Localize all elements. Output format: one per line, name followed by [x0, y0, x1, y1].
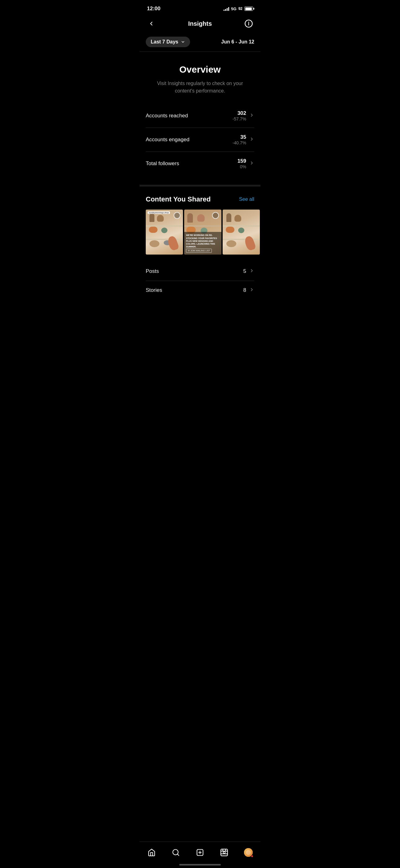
avatar — [244, 848, 253, 857]
overview-subtitle: Visit Insights regularly to check on you… — [154, 80, 246, 95]
content-item-posts[interactable]: Posts 5 — [146, 262, 254, 281]
svg-line-4 — [177, 854, 179, 856]
content-items: Posts 5 Stories 8 — [139, 254, 261, 300]
network-label: 5G — [231, 6, 236, 11]
nav-header: Insights — [139, 16, 261, 34]
stat-value-total-followers: 159 — [237, 158, 246, 164]
chevron-right-stories-icon — [249, 287, 254, 293]
search-icon — [172, 848, 180, 857]
stat-label-accounts-engaged: Accounts engaged — [146, 136, 190, 143]
page-title: Insights — [188, 20, 212, 27]
thumbnail-2[interactable]: WE'RE WORKING ON RE-STOCKING YOUR FAVORI… — [184, 210, 222, 254]
create-icon — [196, 848, 204, 857]
chevron-right-icon — [249, 113, 254, 119]
reels-icon — [220, 848, 228, 857]
date-filter-button[interactable]: Last 7 Days — [146, 37, 190, 47]
content-item-stories-label: Stories — [146, 287, 162, 293]
content-item-stories[interactable]: Stories 8 — [146, 281, 254, 300]
stat-change-accounts-reached: -57.7% — [233, 116, 246, 121]
stat-row-total-followers[interactable]: Total followers 159 0% — [146, 152, 254, 176]
stat-row-accounts-engaged[interactable]: Accounts engaged 35 -40.7% — [146, 128, 254, 152]
content-shared-section: Content You Shared See all sundaymorning… — [139, 187, 261, 300]
overview-title: Overview — [146, 64, 254, 75]
stat-label-total-followers: Total followers — [146, 160, 179, 167]
chevron-right-icon — [249, 136, 254, 143]
nav-item-reels[interactable] — [215, 846, 233, 859]
stat-row-accounts-reached[interactable]: Accounts reached 302 -57.7% — [146, 104, 254, 128]
content-item-stories-count: 8 — [243, 287, 246, 293]
back-button[interactable] — [146, 18, 157, 29]
home-indicator — [179, 864, 221, 866]
chevron-right-posts-icon — [249, 268, 254, 274]
nav-item-create[interactable] — [191, 846, 209, 859]
stat-value-accounts-reached: 302 — [233, 110, 246, 116]
svg-point-9 — [223, 851, 226, 854]
stat-label-accounts-reached: Accounts reached — [146, 113, 188, 119]
content-item-posts-count: 5 — [243, 268, 246, 274]
stat-change-total-followers: 0% — [237, 164, 246, 169]
date-filter-bar: Last 7 Days Jun 6 - Jun 12 — [139, 34, 261, 52]
thumbnail-1[interactable]: sundaymornings.shop — [146, 210, 183, 254]
status-bar: 12:00 5G 92 — [139, 0, 261, 16]
thumbnail-3[interactable] — [223, 210, 260, 254]
battery-icon — [244, 6, 253, 11]
date-range: Jun 6 - Jun 12 — [221, 39, 254, 45]
stats-list: Accounts reached 302 -57.7% Accounts eng… — [146, 104, 254, 176]
content-item-posts-label: Posts — [146, 268, 159, 274]
overview-section: Overview Visit Insights regularly to che… — [139, 52, 261, 187]
nav-item-search[interactable] — [167, 846, 185, 859]
stat-value-accounts-engaged: 35 — [233, 134, 246, 140]
thumbnails-scroll[interactable]: sundaymornings.shop WE'RE WORKING ON RE-… — [139, 210, 261, 254]
chevron-right-icon — [249, 160, 254, 167]
signal-icon — [224, 6, 229, 11]
stat-change-accounts-engaged: -40.7% — [233, 140, 246, 145]
content-shared-title: Content You Shared — [146, 195, 210, 203]
nav-item-profile[interactable] — [239, 846, 258, 859]
notification-dot — [251, 855, 253, 858]
status-time: 12:00 — [147, 6, 160, 12]
battery-pct: 92 — [238, 6, 242, 11]
see-all-button[interactable]: See all — [239, 196, 254, 202]
home-icon — [147, 848, 156, 857]
content-header: Content You Shared See all — [139, 195, 261, 210]
svg-rect-8 — [221, 849, 228, 856]
nav-item-home[interactable] — [142, 846, 161, 859]
status-icons: 5G 92 — [224, 6, 253, 11]
info-button[interactable] — [243, 18, 254, 29]
